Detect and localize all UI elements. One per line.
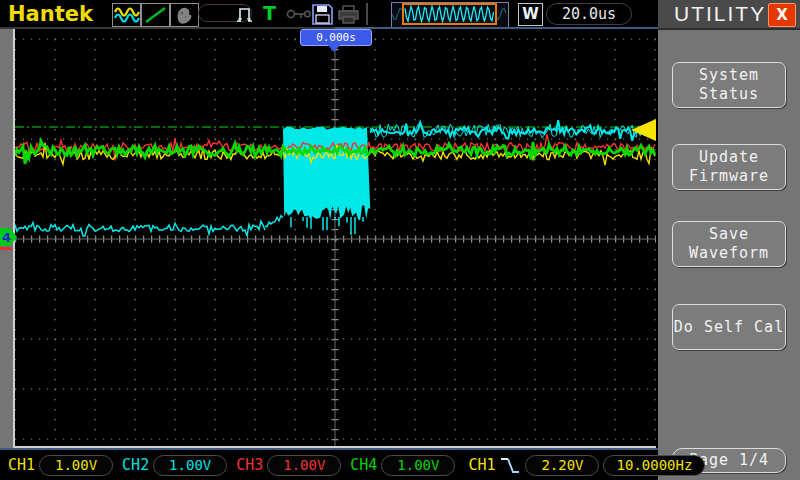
waveform-display: 0.000s bbox=[13, 29, 656, 448]
ch3-label: CH3 bbox=[236, 456, 263, 474]
ch4-label: CH4 bbox=[350, 456, 377, 474]
ch1-label: CH1 bbox=[8, 456, 35, 474]
timebase-readout: 20.0us bbox=[546, 3, 632, 25]
ramp-signal-icon bbox=[141, 3, 170, 27]
trigger-level-readout: 2.20V bbox=[525, 455, 599, 476]
key-lock-icon bbox=[286, 7, 312, 22]
save-waveform-button[interactable]: Save Waveform bbox=[672, 221, 786, 267]
toolbar-separator bbox=[366, 3, 368, 25]
trigger-readout: CH1 2.20V 10.0000Hz bbox=[468, 453, 705, 477]
hand-icon bbox=[170, 3, 199, 27]
ch4-readout: CH4 1.00V bbox=[350, 455, 455, 476]
waveform-preview-window bbox=[391, 2, 509, 28]
close-icon[interactable]: X bbox=[768, 3, 796, 27]
ch3-readout: CH3 1.00V bbox=[236, 455, 341, 476]
button-label: Do Self Cal bbox=[674, 318, 784, 337]
button-label: System bbox=[699, 66, 759, 85]
ch2-label: CH2 bbox=[122, 456, 149, 474]
do-self-cal-button[interactable]: Do Self Cal bbox=[672, 304, 786, 350]
ch2-scale-readout: 1.00V bbox=[153, 455, 227, 476]
ch2-readout: CH2 1.00V bbox=[122, 455, 227, 476]
button-label: Firmware bbox=[689, 167, 769, 186]
waveform-channels-icon bbox=[112, 3, 141, 27]
trigger-frequency-readout: 10.0000Hz bbox=[603, 455, 705, 476]
window-mode-badge: W bbox=[518, 3, 543, 26]
button-label: Waveform bbox=[689, 244, 769, 263]
ch1-scale-readout: 1.00V bbox=[39, 455, 113, 476]
ch4-scale-readout: 1.00V bbox=[381, 455, 455, 476]
svg-text:4: 4 bbox=[2, 230, 11, 245]
update-firmware-button[interactable]: Update Firmware bbox=[672, 144, 786, 190]
system-status-button[interactable]: System Status bbox=[672, 62, 786, 108]
falling-edge-icon bbox=[499, 453, 521, 477]
channel-status-bar: CH1 1.00V CH2 1.00V CH3 1.00V CH4 1.00V … bbox=[0, 448, 658, 480]
button-label: Status bbox=[699, 85, 759, 104]
top-toolbar: Hantek T bbox=[0, 0, 658, 29]
button-label: Save bbox=[709, 225, 749, 244]
menu-title: UTILITY bbox=[674, 2, 766, 26]
print-icon bbox=[337, 4, 360, 25]
ch1-readout: CH1 1.00V bbox=[8, 455, 113, 476]
ch3-scale-readout: 1.00V bbox=[267, 455, 341, 476]
trigger-T-indicator: T bbox=[263, 2, 276, 24]
utility-menu-panel: UTILITY X System Status Update Firmware … bbox=[658, 0, 800, 480]
menu-header: UTILITY X bbox=[658, 0, 800, 30]
channel4-ground-marker: 4 bbox=[0, 227, 18, 251]
oscilloscope-screen: Hantek T bbox=[0, 0, 800, 480]
trigger-position-pointer-icon bbox=[328, 45, 340, 52]
trigger-source-label: CH1 bbox=[468, 456, 495, 474]
hantek-logo: Hantek bbox=[8, 2, 93, 26]
pulse-mode-icon bbox=[234, 3, 258, 26]
trigger-position-tag: 0.000s bbox=[300, 29, 372, 46]
button-label: Update bbox=[699, 148, 759, 167]
save-floppy-icon bbox=[311, 3, 334, 26]
